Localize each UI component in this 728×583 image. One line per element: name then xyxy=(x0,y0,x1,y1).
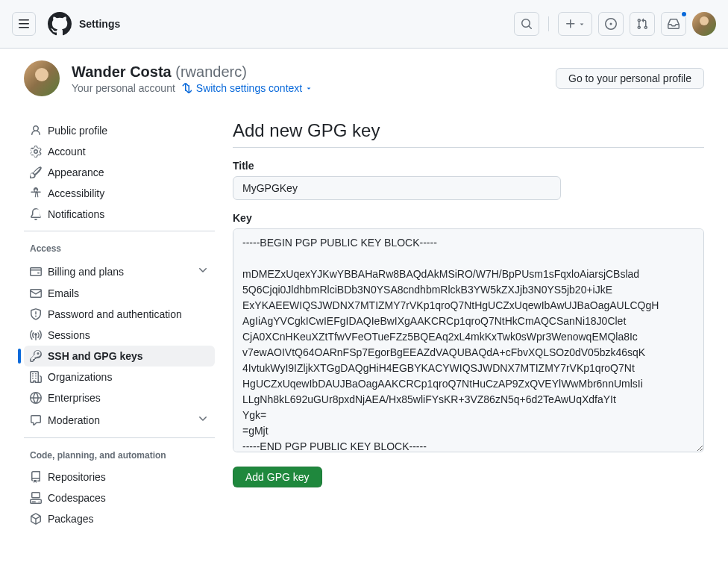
comment-icon xyxy=(30,414,42,426)
page-title: Add new GPG key xyxy=(233,120,704,148)
sidebar-item-sessions[interactable]: Sessions xyxy=(24,325,215,346)
sidebar-item-organizations[interactable]: Organizations xyxy=(24,367,215,387)
key-group: Key xyxy=(233,212,704,455)
notification-indicator xyxy=(680,10,688,18)
user-subtitle: Your personal account xyxy=(72,82,175,94)
github-icon xyxy=(48,12,72,36)
key-icon xyxy=(30,350,42,362)
content: Public profileAccountAppearanceAccessibi… xyxy=(0,102,728,547)
mail-icon xyxy=(30,287,42,299)
sidebar-item-label: Password and authentication xyxy=(48,308,182,320)
user-display-name: Wander Costa xyxy=(72,63,172,80)
section-access-title: Access xyxy=(24,237,215,260)
chevron-down-icon xyxy=(197,413,209,427)
sidebar-item-label: Packages xyxy=(48,513,93,525)
sidebar-item-notifications[interactable]: Notifications xyxy=(24,204,215,225)
plus-icon xyxy=(565,18,577,30)
sidebar-item-label: Sessions xyxy=(48,329,90,341)
sidebar-item-label: Public profile xyxy=(48,125,107,137)
sidebar-item-ssh-and-gpg-keys[interactable]: SSH and GPG keys xyxy=(24,346,215,367)
user-avatar-large[interactable] xyxy=(24,60,60,96)
user-avatar-button[interactable] xyxy=(692,12,716,36)
triangle-down-icon xyxy=(578,20,586,28)
title-group: Title xyxy=(233,160,704,200)
sidebar-item-packages[interactable]: Packages xyxy=(24,508,215,529)
sidebar-item-label: Accessibility xyxy=(48,187,104,199)
github-logo[interactable] xyxy=(48,12,72,36)
sidebar-item-label: Appearance xyxy=(48,166,104,178)
bell-icon xyxy=(30,208,42,220)
inbox-icon xyxy=(668,18,680,30)
settings-sidebar: Public profileAccountAppearanceAccessibi… xyxy=(24,120,215,529)
sidebar-item-billing-and-plans[interactable]: Billing and plans xyxy=(24,260,215,283)
sidebar-item-repositories[interactable]: Repositories xyxy=(24,467,215,487)
sidebar-item-enterprises[interactable]: Enterprises xyxy=(24,387,215,408)
search-icon xyxy=(521,18,533,30)
broadcast-icon xyxy=(30,329,42,341)
create-new-button[interactable] xyxy=(558,12,592,36)
brush-icon xyxy=(30,166,42,178)
credit-card-icon xyxy=(30,266,42,278)
pull-requests-button[interactable] xyxy=(630,12,655,36)
globe-icon xyxy=(30,392,42,404)
sidebar-item-account[interactable]: Account xyxy=(24,141,215,162)
sidebar-item-emails[interactable]: Emails xyxy=(24,283,215,304)
sidebar-item-label: SSH and GPG keys xyxy=(48,350,143,362)
sidebar-item-label: Repositories xyxy=(48,471,106,483)
title-label: Title xyxy=(233,160,704,172)
sidebar-item-label: Billing and plans xyxy=(48,266,124,278)
sidebar-item-moderation[interactable]: Moderation xyxy=(24,408,215,431)
user-header: Wander Costa (rwanderc) Your personal ac… xyxy=(0,49,728,102)
repo-icon xyxy=(30,471,42,483)
sidebar-item-password-and-authentication[interactable]: Password and authentication xyxy=(24,304,215,325)
issues-button[interactable] xyxy=(598,12,624,36)
package-icon xyxy=(30,513,42,525)
triangle-down-icon xyxy=(305,84,313,92)
person-icon xyxy=(30,125,42,137)
switch-icon xyxy=(180,82,192,94)
sidebar-item-label: Organizations xyxy=(48,371,112,383)
gear-icon xyxy=(30,146,42,158)
issue-icon xyxy=(605,18,617,30)
topbar: Settings xyxy=(0,0,728,49)
sidebar-item-label: Codespaces xyxy=(48,492,106,504)
hamburger-menu-button[interactable] xyxy=(12,12,36,36)
divider xyxy=(548,16,549,31)
main-content: Add new GPG key Title Key Add GPG key xyxy=(233,120,704,529)
accessibility-icon xyxy=(30,187,42,199)
sidebar-item-label: Emails xyxy=(48,287,79,299)
sidebar-divider xyxy=(24,231,215,231)
sidebar-item-codespaces[interactable]: Codespaces xyxy=(24,487,215,508)
user-subtitle-row: Your personal account Switch settings co… xyxy=(72,82,313,94)
topbar-actions xyxy=(514,12,716,36)
sidebar-item-label: Enterprises xyxy=(48,392,101,404)
hamburger-icon xyxy=(18,18,30,30)
user-handle: (rwanderc) xyxy=(175,63,247,80)
sidebar-divider xyxy=(24,437,215,438)
key-textarea[interactable] xyxy=(233,228,704,452)
switch-context-link[interactable]: Switch settings context xyxy=(196,82,313,94)
org-icon xyxy=(30,371,42,383)
codespaces-icon xyxy=(30,492,42,504)
chevron-down-icon xyxy=(197,264,209,278)
git-pull-request-icon xyxy=(636,18,648,30)
section-code-title: Code, planning, and automation xyxy=(24,444,215,467)
sidebar-item-label: Moderation xyxy=(48,414,100,426)
sidebar-item-public-profile[interactable]: Public profile xyxy=(24,120,215,141)
sidebar-item-accessibility[interactable]: Accessibility xyxy=(24,183,215,204)
topbar-title: Settings xyxy=(79,18,120,30)
title-input[interactable] xyxy=(233,176,561,200)
sidebar-item-label: Notifications xyxy=(48,208,104,220)
user-name: Wander Costa (rwanderc) xyxy=(72,63,313,81)
user-meta: Wander Costa (rwanderc) Your personal ac… xyxy=(72,63,313,94)
shield-icon xyxy=(30,308,42,320)
go-to-profile-button[interactable]: Go to your personal profile xyxy=(556,68,704,89)
inbox-wrap xyxy=(661,12,686,36)
switch-context-label: Switch settings context xyxy=(196,82,302,94)
sidebar-item-appearance[interactable]: Appearance xyxy=(24,162,215,183)
search-button[interactable] xyxy=(514,12,539,36)
key-label: Key xyxy=(233,212,704,224)
add-gpg-key-button[interactable]: Add GPG key xyxy=(233,467,322,487)
sidebar-item-label: Account xyxy=(48,146,86,158)
